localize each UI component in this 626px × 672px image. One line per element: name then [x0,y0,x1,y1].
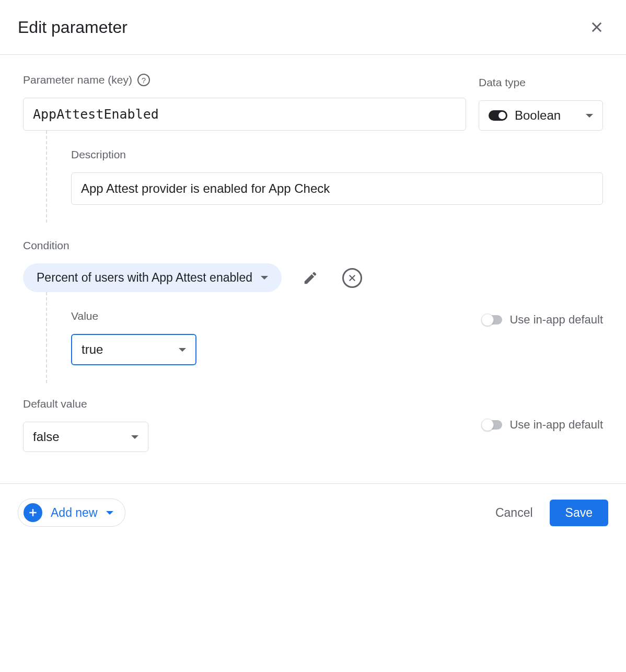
condition-inapp-default-group: Use in-app default [482,313,603,327]
default-inapp-default-switch[interactable] [482,420,502,430]
condition-value-select[interactable]: true [71,334,196,365]
remove-circle-icon [342,268,362,288]
help-icon[interactable]: ? [137,74,150,86]
add-new-label: Add new [51,506,98,520]
boolean-toggle-icon [489,110,507,121]
condition-chip[interactable]: Percent of users with App Attest enabled [23,263,282,292]
condition-row: Percent of users with App Attest enabled [23,263,603,292]
data-type-group: Data type Boolean [479,76,603,131]
edit-parameter-dialog: Edit parameter Parameter name (key) ? Da… [0,0,626,546]
value-label: Value [71,310,196,322]
close-icon [589,20,604,34]
dialog-body: Parameter name (key) ? Data type Boolean… [0,55,626,483]
plus-circle-icon [24,503,42,522]
close-button[interactable] [585,16,608,39]
chevron-down-icon [261,276,268,280]
dialog-footer: Add new Cancel Save [0,483,626,546]
edit-condition-button[interactable] [299,267,321,289]
dialog-header: Edit parameter [0,0,626,55]
default-value-label: Default value [23,398,148,410]
description-input[interactable] [71,172,603,205]
name-type-row: Parameter name (key) ? Data type Boolean [23,74,603,131]
parameter-name-label: Parameter name (key) ? [23,74,466,86]
condition-label: Condition [23,239,603,252]
data-type-select[interactable]: Boolean [479,100,603,131]
parameter-name-label-text: Parameter name (key) [23,74,132,86]
default-value-text: false [33,430,124,444]
data-type-label: Data type [479,76,603,89]
chevron-down-icon [179,348,186,352]
condition-value-block: Value true Use in-app default [46,292,603,383]
description-block: Description [46,131,603,223]
default-value-row: Default value false Use in-app default [23,398,603,452]
default-value-select[interactable]: false [23,422,148,452]
parameter-name-group: Parameter name (key) ? [23,74,466,131]
chevron-down-icon [131,435,138,439]
footer-actions: Cancel Save [495,500,608,526]
remove-condition-button[interactable] [339,265,365,291]
pencil-icon [303,270,318,286]
save-button[interactable]: Save [550,500,608,526]
condition-inapp-default-label: Use in-app default [509,313,603,327]
condition-value-text: true [82,342,171,357]
cancel-button[interactable]: Cancel [495,506,533,520]
data-type-value: Boolean [515,108,578,123]
default-inapp-default-group: Use in-app default [482,418,603,432]
chevron-down-icon [586,114,593,118]
condition-inapp-default-switch[interactable] [482,315,502,325]
description-label: Description [71,148,603,161]
chevron-down-icon [106,511,113,515]
condition-chip-text: Percent of users with App Attest enabled [37,271,252,285]
parameter-name-input[interactable] [23,98,466,131]
dialog-title: Edit parameter [18,18,127,37]
default-inapp-default-label: Use in-app default [509,418,603,432]
add-new-button[interactable]: Add new [18,499,125,527]
